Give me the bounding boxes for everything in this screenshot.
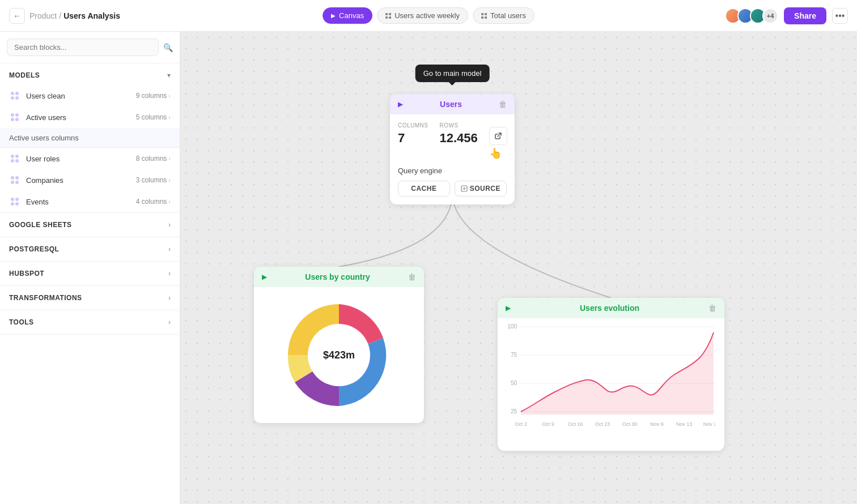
google-sheets-chevron-icon: › [168, 221, 171, 229]
model-cols-events: 4 columns › [136, 198, 171, 206]
evolution-play-icon: ▶ [506, 304, 511, 312]
postgresql-title: POSTGRESQL [9, 245, 59, 253]
evolution-card: ▶ Users evolution 🗑 100 75 50 25 [498, 298, 724, 451]
search-icon: 🔍 [163, 43, 173, 52]
tooltip-text: Go to main model [423, 69, 482, 78]
tab-canvas-label: Canvas [339, 11, 364, 20]
evolution-card-header: ▶ Users evolution 🗑 [498, 298, 724, 318]
tooltip: Go to main model [415, 65, 490, 82]
postgresql-chevron-icon: › [168, 245, 171, 253]
line-chart-container: 100 75 50 25 Oct 2 Oct 9 O [498, 318, 724, 451]
svg-point-14 [11, 181, 14, 184]
search-input[interactable] [7, 39, 159, 56]
donut-container: $423m [254, 287, 424, 423]
model-name-user-roles: User roles [26, 155, 130, 163]
svg-text:Nov 13: Nov 13 [676, 421, 693, 427]
sidebar: 🔍 MODELS ▾ Users clean 9 columns › [0, 32, 180, 504]
cursor-hand-icon: 👆 [489, 147, 507, 160]
tab-users-active-weekly-label: Users active weekly [394, 11, 460, 20]
svg-text:75: 75 [511, 352, 517, 358]
breadcrumb-parent[interactable]: Product [29, 11, 57, 20]
svg-point-4 [11, 113, 14, 117]
model-item-active-users[interactable]: Active users 5 columns › [0, 106, 180, 128]
source-button[interactable]: SOURCE [455, 181, 507, 197]
transformations-title: TRANSFORMATIONS [9, 294, 82, 302]
rows-label: ROWS [440, 122, 478, 129]
svg-point-10 [11, 159, 14, 163]
svg-point-1 [15, 92, 19, 95]
search-bar: 🔍 [0, 32, 180, 63]
svg-point-12 [11, 176, 14, 180]
tab-total-users[interactable]: Total users [473, 7, 534, 24]
tools-chevron-icon: › [168, 318, 171, 326]
canvas[interactable]: ▶ Users 🗑 Go to main model COLUMNS 7 [180, 32, 857, 504]
postgresql-section[interactable]: POSTGRESQL › [0, 237, 180, 262]
model-icon-user-roles [9, 153, 20, 164]
hubspot-title: HUBSPOT [9, 270, 44, 277]
model-name-companies: Companies [26, 176, 130, 185]
topbar-center: ▶ Canvas Users active weekly Total users [323, 7, 534, 24]
svg-point-15 [15, 181, 19, 184]
share-button[interactable]: Share [784, 7, 826, 24]
svg-point-18 [11, 202, 14, 206]
model-name-active-users: Active users [26, 113, 130, 122]
transformations-section[interactable]: TRANSFORMATIONS › [0, 286, 180, 310]
tools-section[interactable]: TOOLS › [0, 310, 180, 335]
source-label: SOURCE [470, 185, 500, 193]
model-item-events[interactable]: Events 4 columns › [0, 191, 180, 212]
svg-text:Oct 9: Oct 9 [542, 421, 554, 427]
evolution-card-title: Users evolution [580, 304, 639, 313]
models-section-header[interactable]: MODELS ▾ [0, 63, 180, 85]
more-button[interactable]: ••• [832, 8, 848, 24]
models-section-title: MODELS [9, 71, 40, 79]
breadcrumb-current: Users Analysis [63, 11, 120, 20]
active-users-note: Active users columns [0, 128, 180, 148]
back-button[interactable]: ← [9, 8, 25, 24]
country-card: ▶ Users by country 🗑 [254, 267, 424, 423]
users-card-body: COLUMNS 7 ROWS 12.456 [390, 114, 515, 204]
model-icon-companies [9, 174, 20, 186]
model-cols-active-users: 5 columns › [136, 113, 171, 121]
country-card-title: Users by country [305, 272, 370, 281]
model-cols-user-roles: 8 columns › [136, 155, 171, 163]
columns-value: 7 [398, 131, 428, 146]
grid-icon-1 [385, 13, 391, 19]
active-users-columns-label: Active users columns [9, 134, 79, 142]
country-card-header: ▶ Users by country 🗑 [254, 267, 424, 287]
models-chevron-icon: ▾ [167, 71, 171, 79]
google-sheets-title: GOOGLE SHEETS [9, 221, 72, 229]
tab-users-active-weekly[interactable]: Users active weekly [377, 7, 468, 24]
model-item-users-clean[interactable]: Users clean 9 columns › [0, 85, 180, 106]
transformations-chevron-icon: › [168, 294, 171, 302]
topbar-right: +4 Share ••• [725, 7, 848, 24]
svg-text:Oct 16: Oct 16 [568, 421, 583, 427]
svg-point-19 [15, 202, 19, 206]
model-cols-users-clean: 9 columns › [136, 92, 171, 100]
external-link-icon[interactable] [489, 127, 507, 145]
model-cols-companies: 3 columns › [136, 176, 171, 184]
donut-center-value: $423m [323, 349, 355, 361]
svg-point-8 [11, 155, 14, 158]
cache-button[interactable]: CACHE [398, 181, 450, 197]
rows-stat: ROWS 12.456 [440, 122, 478, 160]
query-engine-label: Query engine [398, 166, 507, 175]
model-item-user-roles[interactable]: User roles 8 columns › [0, 148, 180, 169]
external-link-btn[interactable]: 👆 [489, 122, 507, 160]
topbar: ← Product / Users Analysis ▶ Canvas User… [0, 0, 857, 32]
hubspot-section[interactable]: HUBSPOT › [0, 262, 180, 286]
google-sheets-section[interactable]: GOOGLE SHEETS › [0, 213, 180, 237]
svg-point-16 [11, 198, 14, 201]
breadcrumb-separator: / [59, 11, 61, 20]
country-delete-icon[interactable]: 🗑 [408, 272, 416, 281]
tools-title: TOOLS [9, 318, 34, 326]
users-delete-icon[interactable]: 🗑 [499, 100, 507, 109]
users-card: ▶ Users 🗑 Go to main model COLUMNS 7 [390, 94, 515, 204]
users-card-header: ▶ Users 🗑 [390, 94, 515, 114]
evolution-delete-icon[interactable]: 🗑 [708, 304, 716, 313]
svg-text:25: 25 [511, 408, 517, 415]
model-icon-events [9, 196, 20, 207]
model-item-companies[interactable]: Companies 3 columns › [0, 169, 180, 191]
svg-point-5 [15, 113, 19, 117]
tab-canvas[interactable]: ▶ Canvas [323, 7, 372, 24]
avatars: +4 [725, 8, 778, 24]
